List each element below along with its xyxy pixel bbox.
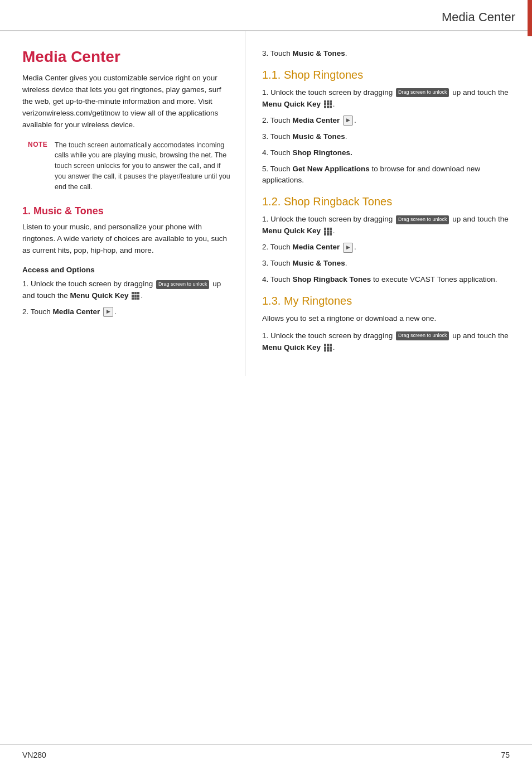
list-item: 1. Unlock the touch screen by dragging D…	[262, 214, 515, 237]
svg-rect-35	[330, 349, 332, 352]
svg-rect-18	[324, 228, 326, 230]
header-title: Media Center	[442, 10, 515, 25]
svg-rect-12	[324, 103, 326, 105]
note-block: NOTE The touch screen automatically acco…	[28, 140, 231, 193]
note-label: NOTE	[28, 140, 49, 193]
access-options-heading: Access and Options	[22, 266, 231, 274]
svg-rect-21	[324, 230, 326, 233]
left-column: Media Center Media Center gives you cust…	[0, 31, 245, 376]
left-steps: 1. Unlock the touch screen by dragging D…	[22, 278, 231, 318]
svg-rect-13	[327, 103, 329, 105]
svg-rect-5	[137, 295, 139, 297]
svg-rect-23	[330, 230, 332, 233]
steps-13: 1. Unlock the touch screen by dragging D…	[262, 330, 515, 354]
svg-rect-4	[134, 295, 137, 297]
svg-rect-11	[330, 100, 332, 103]
page: Media Center Media Center Media Center g…	[0, 0, 532, 765]
list-item: 1. Unlock the touch screen by dragging D…	[262, 330, 515, 354]
steps-12: 1. Unlock the touch screen by dragging D…	[262, 214, 515, 286]
svg-rect-29	[330, 344, 332, 346]
svg-rect-17	[330, 106, 332, 108]
svg-rect-7	[134, 297, 137, 300]
top-header: Media Center	[0, 0, 532, 31]
svg-rect-30	[324, 347, 326, 349]
svg-rect-34	[327, 349, 329, 352]
svg-rect-15	[324, 106, 326, 108]
svg-rect-20	[330, 228, 332, 230]
steps-11: 1. Unlock the touch screen by dragging D…	[262, 87, 515, 186]
menu-key-icon	[323, 227, 332, 236]
media-center-label: Media Center	[53, 307, 100, 316]
right-column: 3. Touch Music & Tones. 1.1. Shop Ringto…	[245, 31, 532, 376]
list-item: 1. Unlock the touch screen by dragging D…	[22, 278, 231, 302]
menu-key-icon	[323, 100, 332, 109]
drag-badge: Drag screen to unlock	[156, 280, 210, 289]
footer: VN280 75	[0, 744, 532, 765]
svg-rect-10	[327, 100, 329, 103]
menu-quick-key-label: Menu Quick Key	[70, 291, 129, 300]
svg-rect-3	[132, 295, 134, 297]
svg-rect-25	[327, 233, 329, 235]
drag-badge: Drag screen to unlock	[396, 331, 449, 340]
header-accent	[528, 0, 532, 36]
svg-rect-31	[327, 347, 329, 349]
svg-rect-0	[132, 292, 134, 294]
svg-rect-9	[324, 100, 326, 103]
section1-heading: 1. Music & Tones	[22, 205, 231, 217]
menu-key-icon	[323, 343, 332, 352]
svg-rect-1	[134, 292, 137, 294]
svg-rect-16	[327, 106, 329, 108]
section-11-title: 1.1. Shop Ringtones	[262, 69, 515, 81]
music-tones-label-3: Music & Tones	[293, 49, 345, 57]
list-item: 2. Touch Media Center .	[262, 242, 515, 253]
drag-badge: Drag screen to unlock	[396, 215, 449, 224]
svg-rect-26	[330, 233, 332, 235]
svg-rect-33	[324, 349, 326, 352]
list-item: 4. Touch Shop Ringback Tones to execute …	[262, 274, 515, 286]
footer-page: 75	[501, 750, 510, 759]
media-center-icon	[103, 307, 113, 317]
intro-paragraph: Media Center gives you customizable serv…	[22, 73, 231, 131]
svg-rect-14	[330, 103, 332, 105]
list-item: 2. Touch Media Center .	[22, 306, 231, 318]
step3-text: 3. Touch Music & Tones.	[262, 48, 515, 60]
note-text: The touch screen automatically accomodat…	[55, 140, 231, 193]
svg-rect-8	[137, 297, 139, 300]
list-item: 3. Touch Music & Tones.	[262, 258, 515, 270]
list-item: 3. Touch Music & Tones.	[262, 131, 515, 143]
svg-rect-22	[327, 230, 329, 233]
list-item: 2. Touch Media Center .	[262, 115, 515, 127]
menu-key-icon	[131, 291, 140, 300]
svg-rect-19	[327, 228, 329, 230]
drag-badge: Drag screen to unlock	[396, 88, 449, 97]
svg-rect-2	[137, 292, 139, 294]
main-content: Media Center Media Center gives you cust…	[0, 31, 532, 376]
svg-rect-27	[324, 344, 326, 346]
section-13-title: 1.3. My Ringtones	[262, 295, 515, 307]
section-13-intro: Allows you to set a ringtone or download…	[262, 313, 515, 325]
svg-rect-28	[327, 344, 329, 346]
media-center-icon	[343, 243, 353, 253]
media-center-icon	[343, 116, 353, 126]
main-section-title: Media Center	[22, 48, 231, 66]
list-item: 4. Touch Shop Ringtones.	[262, 147, 515, 159]
section-12-title: 1.2. Shop Ringback Tones	[262, 195, 515, 208]
svg-rect-6	[132, 297, 134, 300]
svg-rect-24	[324, 233, 326, 235]
list-item: 1. Unlock the touch screen by dragging D…	[262, 87, 515, 110]
footer-model: VN280	[22, 750, 46, 759]
section1-intro: Listen to your music, and personalize yo…	[22, 222, 231, 257]
list-item: 5. Touch Get New Applications to browse …	[262, 163, 515, 187]
svg-rect-32	[330, 347, 332, 349]
